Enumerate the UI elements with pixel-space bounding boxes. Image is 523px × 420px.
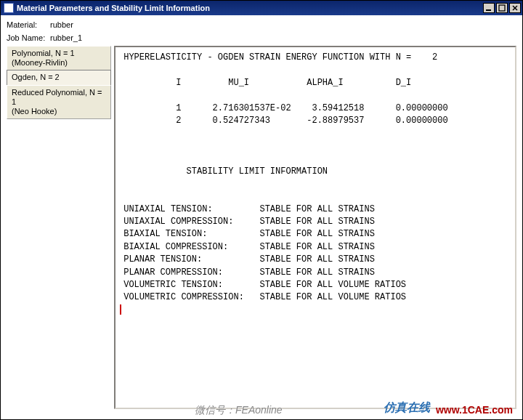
maximize-button[interactable] (496, 3, 508, 13)
sidebar-item-label: Polynomial, N = 1 (12, 49, 75, 57)
stability-line: PLANAR COMPRESSION: STABLE FOR ALL STRAI… (118, 267, 512, 279)
material-value: rubber (50, 20, 73, 29)
report-blank (118, 127, 512, 140)
stability-line: PLANAR TENSION: STABLE FOR ALL STRAINS (118, 254, 512, 266)
report-row: 1 2.716301537E-02 3.59412518 0.00000000 (118, 102, 512, 115)
titlebar[interactable]: Material Parameters and Stability Limit … (1, 1, 522, 15)
sidebar-item-label: Reduced Polynomial, N = 1 (12, 88, 102, 106)
report-blank (118, 153, 512, 165)
stability-line: BIAXIAL COMPRESSION: STABLE FOR ALL STRA… (118, 241, 512, 254)
stability-line: UNIAXIAL TENSION: STABLE FOR ALL STRAINS (118, 203, 512, 216)
sidebar-item-polynomial[interactable]: Polynomial, N = 1 (Mooney-Rivlin) (7, 46, 111, 70)
app-icon (4, 3, 14, 13)
svg-rect-0 (486, 9, 491, 11)
report-heading: HYPERELASTICITY - OGDEN STRAIN ENERGY FU… (118, 52, 512, 64)
report-row: 2 0.524727343 -2.88979537 0.00000000 (118, 115, 512, 127)
svg-rect-1 (499, 5, 505, 11)
minimize-button[interactable] (483, 3, 495, 13)
report-blank (118, 89, 512, 102)
model-list: Polynomial, N = 1 (Mooney-Rivlin) Ogden,… (7, 46, 111, 409)
text-caret-icon (120, 304, 122, 315)
jobname-value: rubber_1 (50, 33, 82, 42)
report-blank (118, 190, 512, 203)
report-blank (118, 64, 512, 76)
close-button[interactable] (509, 3, 521, 13)
stability-title: STABILITY LIMIT INFORMATION (118, 166, 512, 178)
jobname-row: Job Name: rubber_1 (7, 33, 516, 43)
stability-line: VOLUMETRIC TENSION: STABLE FOR ALL VOLUM… (118, 279, 512, 291)
report-pane[interactable]: HYPERELASTICITY - OGDEN STRAIN ENERGY FU… (114, 46, 516, 409)
stability-line: BIAXIAL TENSION: STABLE FOR ALL STRAINS (118, 228, 512, 241)
material-label: Material: (7, 20, 50, 29)
sidebar-item-ogden[interactable]: Ogden, N = 2 (7, 70, 111, 85)
sidebar-item-sublabel: (Mooney-Rivlin) (12, 58, 106, 68)
sidebar-item-label: Ogden, N = 2 (12, 73, 60, 81)
stability-line: VOLUMETRIC COMPRESSION: STABLE FOR ALL V… (118, 291, 512, 304)
report-blank (118, 140, 512, 153)
window-title: Material Parameters and Stability Limit … (17, 4, 483, 12)
jobname-label: Job Name: (7, 33, 50, 42)
report-blank (118, 178, 512, 190)
sidebar-item-sublabel: (Neo Hooke) (12, 107, 106, 116)
report-col-header: I MU_I ALPHA_I D_I (118, 77, 512, 89)
material-row: Material: rubber (7, 20, 516, 30)
sidebar-item-reduced-polynomial[interactable]: Reduced Polynomial, N = 1 (Neo Hooke) (7, 85, 111, 120)
stability-line: UNIAXIAL COMPRESSION: STABLE FOR ALL STR… (118, 216, 512, 228)
